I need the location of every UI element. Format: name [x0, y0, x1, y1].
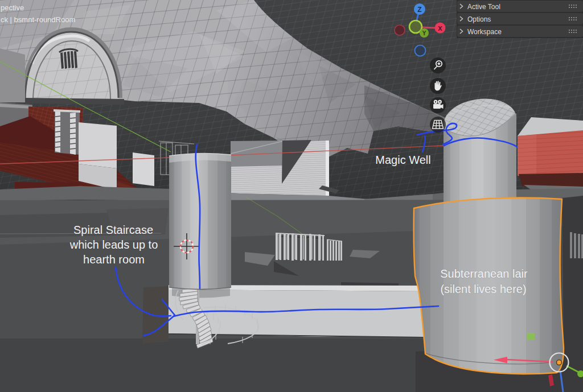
svg-text:X: X: [438, 25, 442, 32]
svg-text:Subterranean lair: Subterranean lair: [440, 267, 528, 280]
svg-text:Y: Y: [422, 30, 426, 36]
svg-text:hearth room: hearth room: [83, 253, 145, 266]
svg-text:Active Tool: Active Tool: [467, 3, 500, 11]
svg-text:Z: Z: [417, 6, 421, 14]
svg-text:Workspace: Workspace: [467, 28, 502, 36]
svg-text:(silent lives here): (silent lives here): [440, 283, 526, 295]
svg-text:Spiral Staircase: Spiral Staircase: [73, 224, 153, 236]
svg-text:ck | bsmnt-roundRoom: ck | bsmnt-roundRoom: [1, 15, 75, 24]
svg-text:Options: Options: [467, 15, 491, 23]
svg-text:which leads up to: which leads up to: [69, 238, 158, 251]
svg-text:pective: pective: [1, 3, 24, 12]
svg-text:Magic Well: Magic Well: [375, 154, 430, 166]
